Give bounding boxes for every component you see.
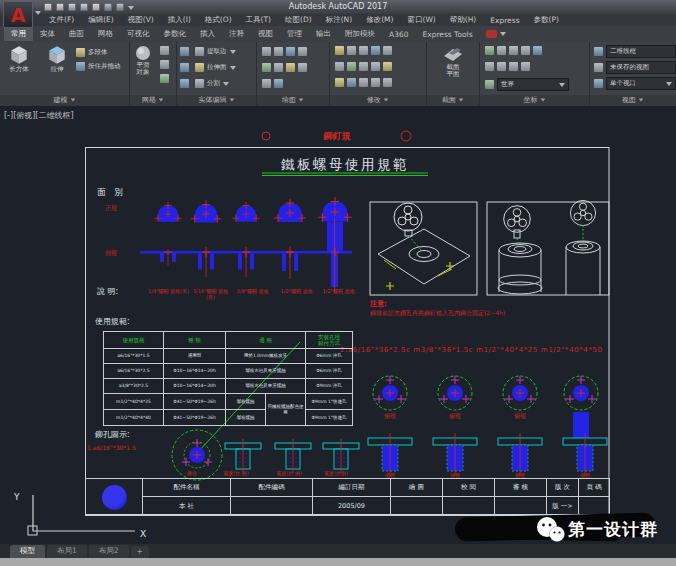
visual-style-dropdown[interactable]: 二维线框 <box>606 45 676 58</box>
ucs-face-icon[interactable] <box>485 62 494 71</box>
ribbon-tab-insert[interactable]: 插入 <box>193 27 222 41</box>
ribbon-tab-solid[interactable]: 实体 <box>33 27 62 41</box>
mesh-tool-icon[interactable] <box>160 74 169 83</box>
ucs-z-axis-icon[interactable] <box>521 46 530 55</box>
arc-tool-icon[interactable] <box>298 47 307 56</box>
ribbon-tab-visualize[interactable]: 可视化 <box>120 27 157 41</box>
move-tool-icon[interactable] <box>335 46 344 55</box>
undo-icon[interactable] <box>104 3 112 11</box>
panel-label-view[interactable]: 视图 <box>590 95 676 106</box>
extrude-button[interactable]: 拉伸 <box>40 44 74 73</box>
region-tool-icon[interactable] <box>274 79 283 88</box>
ribbon-tab-annotate[interactable]: 注释 <box>222 27 251 41</box>
rotate-tool-icon[interactable] <box>347 46 356 55</box>
mirror-tool-icon[interactable] <box>383 46 392 55</box>
menu-tools[interactable]: 工具(T) <box>239 15 278 25</box>
new-layout-button[interactable]: + <box>131 546 149 558</box>
intersect-icon[interactable] <box>180 79 189 88</box>
ellipse-tool-icon[interactable] <box>274 63 283 72</box>
app-menu-caret-icon[interactable] <box>35 11 41 15</box>
menu-express[interactable]: Express <box>483 16 526 25</box>
panel-label-section[interactable]: 截面 <box>427 95 479 106</box>
separate-button[interactable]: 分割 <box>195 79 229 88</box>
circle-tool-icon[interactable] <box>286 47 295 56</box>
ucs-x-icon[interactable] <box>509 62 518 71</box>
ucs-view-icon[interactable] <box>533 46 542 55</box>
menu-parametric[interactable]: 参数(P) <box>527 15 566 25</box>
ribbon-tab-output[interactable]: 输出 <box>309 27 338 41</box>
line-tool-icon[interactable] <box>262 47 271 56</box>
menu-file[interactable]: 文件(F) <box>42 15 81 25</box>
panel-label-solid-editing[interactable]: 实体编辑 <box>177 95 256 106</box>
ribbon-tab-addins[interactable]: 附加模块 <box>338 27 382 41</box>
join-tool-icon[interactable] <box>383 78 392 87</box>
ucs-origin-icon[interactable] <box>509 46 518 55</box>
save-icon[interactable] <box>68 3 76 11</box>
erase-tool-icon[interactable] <box>335 78 344 87</box>
qat-dropdown-caret-icon[interactable] <box>128 6 134 10</box>
polysolid-button[interactable]: 多段体 <box>76 48 108 57</box>
ucs-select-dropdown[interactable]: 世界 <box>497 78 569 91</box>
scale-tool-icon[interactable] <box>371 62 380 71</box>
ucs-object-icon[interactable] <box>497 62 506 71</box>
record-icon[interactable] <box>486 30 497 38</box>
fillet-tool-icon[interactable] <box>335 62 344 71</box>
union-icon[interactable] <box>180 47 189 56</box>
tab-layout2[interactable]: 布局2 <box>89 545 129 558</box>
spline-tool-icon[interactable] <box>298 63 307 72</box>
menu-help[interactable]: 帮助(H) <box>443 15 484 25</box>
box-button[interactable]: 长方体 <box>2 44 36 73</box>
panel-label-mesh[interactable]: 网格 <box>130 95 176 106</box>
viewport-controls[interactable]: [-][俯视][二维线框] <box>4 110 74 121</box>
stretch-tool-icon[interactable] <box>359 62 368 71</box>
section-plane-button[interactable]: 截面 平面 <box>436 44 470 79</box>
hatch-tool-icon[interactable] <box>286 63 295 72</box>
menu-view[interactable]: 视图(V) <box>121 15 161 25</box>
ribbon-tab-manage[interactable]: 管理 <box>280 27 309 41</box>
break-tool-icon[interactable] <box>371 78 380 87</box>
new-file-icon[interactable] <box>44 3 52 11</box>
panel-label-modify[interactable]: 修改 <box>330 95 426 106</box>
redo-icon[interactable] <box>116 3 124 11</box>
extrude-faces-button[interactable]: 拉伸面 <box>195 63 236 72</box>
explode-tool-icon[interactable] <box>347 62 356 71</box>
tab-layout1[interactable]: 布局1 <box>47 545 87 558</box>
presspull-button[interactable]: 按住并拖动 <box>76 62 121 71</box>
plot-icon[interactable] <box>92 3 100 11</box>
menu-insert[interactable]: 插入(I) <box>161 15 198 25</box>
ribbon-tab-home[interactable]: 常用 <box>4 27 33 41</box>
viewport-config-dropdown[interactable]: 单个视口 <box>606 77 676 90</box>
menu-format[interactable]: 格式(O) <box>198 15 239 25</box>
panel-label-modeling[interactable]: 建模 <box>0 95 129 106</box>
menu-dimension[interactable]: 标注(N) <box>319 15 359 25</box>
extract-edges-button[interactable]: 提取边 <box>195 47 236 56</box>
ribbon-tab-surface[interactable]: 曲面 <box>62 27 91 41</box>
open-file-icon[interactable] <box>56 3 64 11</box>
trim-tool-icon[interactable] <box>359 46 368 55</box>
copy-tool-icon[interactable] <box>371 46 380 55</box>
mesh-tool-icon[interactable] <box>160 60 169 69</box>
menu-window[interactable]: 窗口(W) <box>400 15 442 25</box>
ribbon-tab-mesh[interactable]: 网格 <box>91 27 120 41</box>
ribbon-tab-express-tools[interactable]: Express Tools <box>415 28 479 41</box>
ribbon-tab-view[interactable]: 视图 <box>251 27 280 41</box>
menu-edit[interactable]: 编辑(E) <box>81 15 121 25</box>
named-view-dropdown[interactable]: 未保存的视图 <box>606 61 676 74</box>
subtract-icon[interactable] <box>180 63 189 72</box>
mesh-tool-icon[interactable] <box>160 46 169 55</box>
smooth-object-button[interactable]: 平滑 对象 <box>130 44 156 77</box>
align-tool-icon[interactable] <box>359 78 368 87</box>
ucs-tool-icon[interactable] <box>485 46 494 55</box>
rectangle-tool-icon[interactable] <box>262 63 271 72</box>
tab-model[interactable]: 模型 <box>10 545 45 558</box>
app-menu-button[interactable]: A <box>3 1 33 28</box>
panel-label-coordinates[interactable]: 坐标 <box>480 95 589 106</box>
record-caret-icon[interactable] <box>500 32 506 36</box>
ucs-world-icon[interactable] <box>497 46 506 55</box>
menu-modify[interactable]: 修改(M) <box>359 15 400 25</box>
panel-label-draw[interactable]: 绘图 <box>257 95 329 106</box>
save-as-icon[interactable] <box>80 3 88 11</box>
ucs-named-icon[interactable] <box>485 80 494 89</box>
polyline-tool-icon[interactable] <box>274 47 283 56</box>
point-tool-icon[interactable] <box>262 79 271 88</box>
